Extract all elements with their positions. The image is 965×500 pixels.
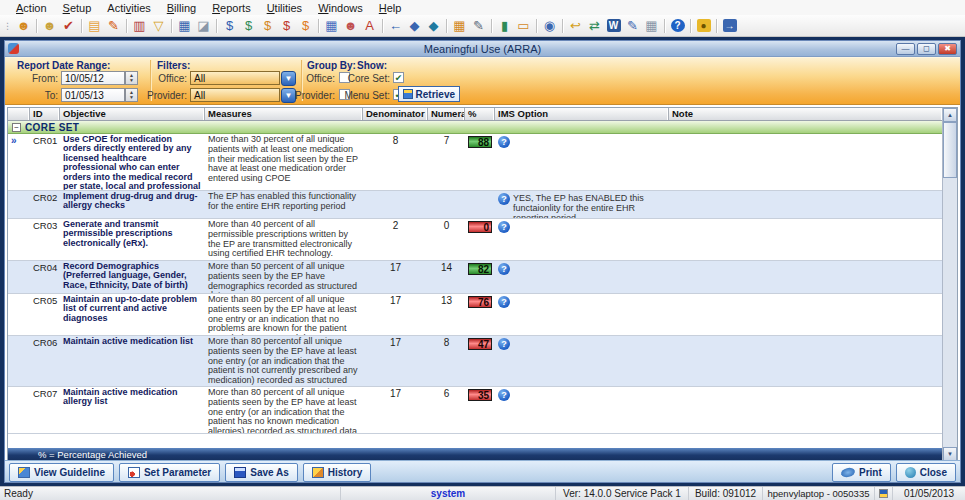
patient-verify-icon[interactable]: ✔ bbox=[59, 17, 78, 35]
help-icon[interactable]: ? bbox=[498, 296, 510, 308]
menu-item-billing[interactable]: Billing bbox=[159, 2, 204, 14]
report-chart-icon[interactable]: ▮ bbox=[495, 17, 514, 35]
payment-icon[interactable]: $ bbox=[220, 17, 239, 35]
letters-icon[interactable]: A bbox=[360, 17, 379, 35]
inventory-sync-icon[interactable]: ◆ bbox=[424, 17, 443, 35]
scroll-up-icon[interactable]: ▲ bbox=[943, 108, 957, 122]
view-guideline-button[interactable]: View Guideline bbox=[9, 463, 114, 482]
notes-icon[interactable]: ✎ bbox=[469, 17, 488, 35]
patient-edit-icon[interactable]: ☻ bbox=[40, 17, 59, 35]
lab-flask-icon[interactable]: ▽ bbox=[149, 17, 168, 35]
from-date-input[interactable]: 10/05/12 bbox=[61, 71, 125, 85]
column-header-indicator[interactable] bbox=[8, 108, 30, 120]
menu-item-windows[interactable]: Windows bbox=[310, 2, 371, 14]
column-header-note[interactable]: Note bbox=[669, 108, 942, 120]
edit-note-icon[interactable]: ✎ bbox=[104, 17, 123, 35]
menu-item-action[interactable]: Action bbox=[8, 2, 55, 14]
schedule-icon[interactable]: ▦ bbox=[450, 17, 469, 35]
office-dropdown-icon[interactable]: ▼ bbox=[281, 71, 296, 86]
refresh-icon[interactable]: ⇄ bbox=[585, 17, 604, 35]
restore-button[interactable]: ◻ bbox=[917, 43, 936, 55]
word-export-icon[interactable]: W bbox=[604, 17, 623, 35]
menu-item-activities[interactable]: Activities bbox=[99, 2, 158, 14]
table-row-cr06[interactable]: CR06Maintain active medication listMore … bbox=[8, 336, 942, 387]
vertical-scrollbar[interactable]: ▲ ▼ bbox=[942, 108, 957, 461]
charges-icon[interactable]: $ bbox=[239, 17, 258, 35]
refund-icon[interactable]: $ bbox=[277, 17, 296, 35]
column-header-denominator[interactable]: Denominator bbox=[363, 108, 428, 120]
address-book-icon[interactable]: ▥ bbox=[130, 17, 149, 35]
retrieve-button[interactable]: Retrieve bbox=[398, 86, 460, 102]
provider-combo[interactable]: All bbox=[190, 88, 280, 102]
lock-icon[interactable]: ● bbox=[694, 17, 713, 35]
window-title-bar[interactable]: Meaningful Use (ARRA) — ◻ ✖ bbox=[5, 41, 960, 57]
retrieve-icon bbox=[403, 89, 413, 99]
help-icon[interactable]: ? bbox=[498, 338, 510, 350]
column-header-percent[interactable]: % bbox=[465, 108, 495, 120]
minimize-button[interactable]: — bbox=[896, 43, 915, 55]
help-icon[interactable]: ? bbox=[498, 193, 510, 205]
group-row-core-set[interactable]: − CORE SET bbox=[8, 121, 942, 134]
grid-filler bbox=[8, 434, 942, 448]
to-date-input[interactable]: 01/05/13 bbox=[61, 88, 125, 102]
scrollbar-thumb[interactable] bbox=[943, 122, 957, 178]
help-icon[interactable]: ? bbox=[498, 136, 510, 148]
cell-note bbox=[669, 191, 942, 218]
statement-icon[interactable]: $ bbox=[296, 17, 315, 35]
column-header-id[interactable]: ID bbox=[30, 108, 60, 120]
table-row-cr02[interactable]: CR02Implement drug-drug and drug-allergy… bbox=[8, 191, 942, 219]
print-button[interactable]: Print bbox=[832, 463, 891, 482]
cell-numerator: 13 bbox=[428, 294, 465, 335]
help-icon[interactable]: ? bbox=[668, 17, 687, 35]
table-row-cr01[interactable]: »CR01Use CPOE for medication orders dire… bbox=[8, 134, 942, 191]
close-button[interactable]: ✖ bbox=[938, 43, 957, 55]
menu-item-help[interactable]: Help bbox=[371, 2, 410, 14]
table-row-cr07[interactable]: CR07Maintain active medication allergy l… bbox=[8, 387, 942, 434]
help-icon[interactable]: ? bbox=[498, 221, 510, 233]
screen-edit-icon[interactable]: ✎ bbox=[623, 17, 642, 35]
practice-icon[interactable]: ▦ bbox=[642, 17, 661, 35]
menu-item-setup[interactable]: Setup bbox=[55, 2, 100, 14]
help-icon[interactable]: ? bbox=[498, 263, 510, 275]
table-row-cr04[interactable]: CR04Record Demographics (Preferred langu… bbox=[8, 261, 942, 294]
inventory-icon[interactable]: ◆ bbox=[405, 17, 424, 35]
status-date: 01/05/2013 bbox=[893, 487, 965, 500]
cell-percent: 0 bbox=[465, 219, 495, 260]
status-ready: Ready bbox=[0, 487, 341, 500]
row-indicator bbox=[8, 336, 30, 386]
cell-numerator: 14 bbox=[428, 261, 465, 293]
close-window-button[interactable]: Close bbox=[896, 463, 956, 482]
statement-search-icon[interactable]: ◉ bbox=[540, 17, 559, 35]
office-combo[interactable]: All bbox=[190, 71, 280, 85]
cell-denominator: 8 bbox=[363, 134, 428, 190]
cell-percent bbox=[465, 191, 495, 218]
column-header-ims-option[interactable]: IMS Option bbox=[495, 108, 669, 120]
set-parameter-button[interactable]: Set Parameter bbox=[119, 463, 220, 482]
daysheet-icon[interactable]: ◪ bbox=[194, 17, 213, 35]
column-header-measures[interactable]: Measures bbox=[205, 108, 363, 120]
menu-item-reports[interactable]: Reports bbox=[204, 2, 259, 14]
back-icon[interactable]: ← bbox=[386, 17, 405, 35]
scroll-down-icon[interactable]: ▼ bbox=[943, 447, 957, 461]
calendar-icon[interactable]: ▦ bbox=[175, 17, 194, 35]
ledger-icon[interactable]: ▦ bbox=[322, 17, 341, 35]
import-icon[interactable]: ↩ bbox=[566, 17, 585, 35]
save-as-button[interactable]: Save As bbox=[225, 463, 298, 482]
column-header-numerator[interactable]: Numerator bbox=[428, 108, 465, 120]
contact-card-icon[interactable]: ▭ bbox=[514, 17, 533, 35]
exit-icon[interactable]: → bbox=[720, 17, 739, 35]
patient-balance-icon[interactable]: $ bbox=[258, 17, 277, 35]
collections-icon[interactable]: ☻ bbox=[341, 17, 360, 35]
percent-badge: 82 bbox=[468, 263, 492, 275]
patient-icon[interactable]: ☻ bbox=[14, 17, 33, 35]
cell-measures: The EP has enabled this functionality fo… bbox=[205, 191, 363, 218]
collapse-icon[interactable]: − bbox=[12, 123, 21, 132]
table-row-cr03[interactable]: CR03Generate and transmit permissible pr… bbox=[8, 219, 942, 261]
menu-item-utilities[interactable]: Utilities bbox=[259, 2, 310, 14]
help-icon[interactable]: ? bbox=[498, 389, 510, 401]
table-row-cr05[interactable]: CR05Maintain an up-to-date problem list … bbox=[8, 294, 942, 336]
column-header-objective[interactable]: Objective bbox=[60, 108, 205, 120]
open-folder-icon[interactable]: ▤ bbox=[85, 17, 104, 35]
core-set-checkbox[interactable]: ✔ bbox=[393, 72, 404, 83]
history-button[interactable]: History bbox=[303, 463, 371, 482]
